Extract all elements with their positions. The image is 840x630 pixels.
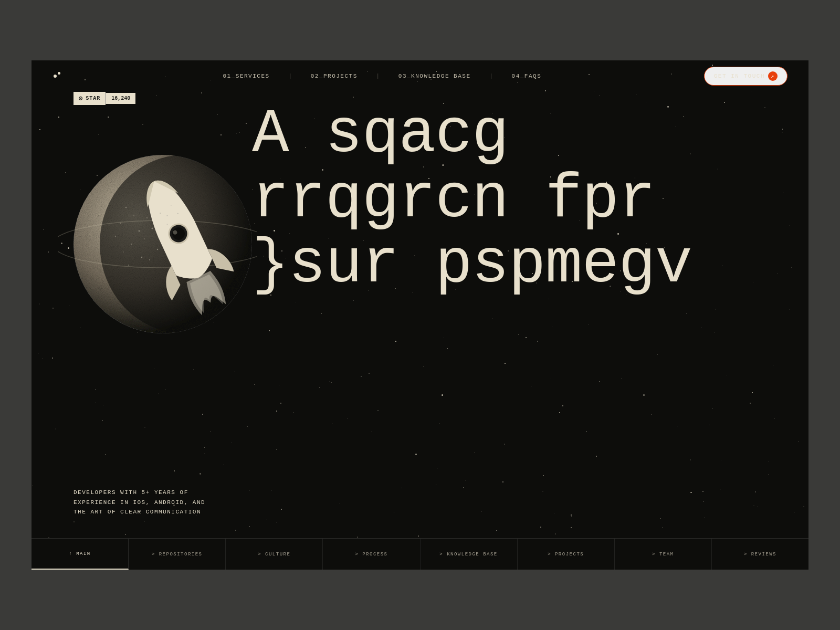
svg-point-4 <box>139 230 140 232</box>
hero-illustration <box>42 76 262 370</box>
hero-line-3: }sur pspmegv <box>252 233 788 298</box>
github-count: 16,240 <box>106 93 135 104</box>
cta-label: GET IN TOUCH <box>714 73 765 79</box>
bottom-navigation: ↑ MAIN > REPOSITORIES > CULTURE > PROCES… <box>32 538 808 570</box>
cta-arrow-icon: ↗ <box>768 71 778 81</box>
svg-point-13 <box>157 249 158 250</box>
bottom-nav-repositories[interactable]: > REPOSITORIES <box>129 539 226 570</box>
bottom-nav-reviews[interactable]: > REVIEWS <box>712 539 808 570</box>
browser-frame: exyte 01_SERVICES | 02_PROJECTS | 03_KNO… <box>32 60 808 570</box>
svg-point-8 <box>141 257 143 258</box>
hero-line-1: A sqacg <box>252 102 788 167</box>
nav-links: 01_SERVICES | 02_PROJECTS | 03_KNOWLEDGE… <box>223 73 542 79</box>
logo-text: exyte <box>54 75 57 78</box>
bottom-nav-projects[interactable]: > PROJECTS <box>518 539 615 570</box>
navigation: exyte 01_SERVICES | 02_PROJECTS | 03_KNO… <box>32 60 808 92</box>
hero-heading: A sqacg rrqgrcn fpr }sur pspmegv <box>252 102 788 298</box>
svg-point-10 <box>146 217 148 218</box>
github-badge[interactable]: ⊙ STAR 16,240 <box>74 92 135 105</box>
svg-point-9 <box>128 265 129 266</box>
planet-rocket-svg <box>58 102 257 354</box>
logo-dot <box>58 72 60 75</box>
svg-point-6 <box>131 244 132 245</box>
subtitle-text: DEVELOPERS WITH 5+ YEARS OF EXPERIENCE I… <box>74 488 220 517</box>
github-icon: ⊙ <box>79 94 83 102</box>
svg-point-2 <box>133 215 134 216</box>
bottom-nav-main[interactable]: ↑ MAIN <box>32 539 129 570</box>
svg-point-5 <box>115 236 116 237</box>
star-label: STAR <box>86 96 100 101</box>
nav-projects[interactable]: 02_PROJECTS <box>311 73 358 79</box>
bottom-nav-process[interactable]: > PROCESS <box>323 539 420 570</box>
nav-divider-3: | <box>490 74 493 79</box>
svg-point-14 <box>149 259 150 260</box>
nav-knowledge[interactable]: 03_KNOWLEDGE BASE <box>398 73 471 79</box>
bottom-nav-knowledge-base[interactable]: > KNOWLEDGE BASE <box>421 539 518 570</box>
svg-point-12 <box>144 238 145 239</box>
hero-subtitle: DEVELOPERS WITH 5+ YEARS OF EXPERIENCE I… <box>74 488 220 517</box>
bottom-nav-culture[interactable]: > CULTURE <box>226 539 323 570</box>
nav-divider-2: | <box>376 74 380 79</box>
svg-point-3 <box>120 223 121 224</box>
hero-line-2: rrqgrcn fpr <box>252 167 788 233</box>
logo[interactable]: exyte <box>52 70 60 83</box>
svg-point-1 <box>125 207 127 208</box>
svg-point-11 <box>152 228 153 229</box>
hero-text-block: A sqacg rrqgrcn fpr }sur pspmegv <box>252 102 788 298</box>
get-in-touch-button[interactable]: GET IN TOUCH ↗ <box>704 67 788 86</box>
bottom-nav-team[interactable]: > TEAM <box>615 539 712 570</box>
github-star-button[interactable]: ⊙ STAR <box>74 92 106 105</box>
nav-faqs[interactable]: 04_FAQS <box>512 73 542 79</box>
nav-divider-1: | <box>289 74 292 79</box>
nav-services[interactable]: 01_SERVICES <box>223 73 270 79</box>
svg-point-7 <box>123 251 123 252</box>
